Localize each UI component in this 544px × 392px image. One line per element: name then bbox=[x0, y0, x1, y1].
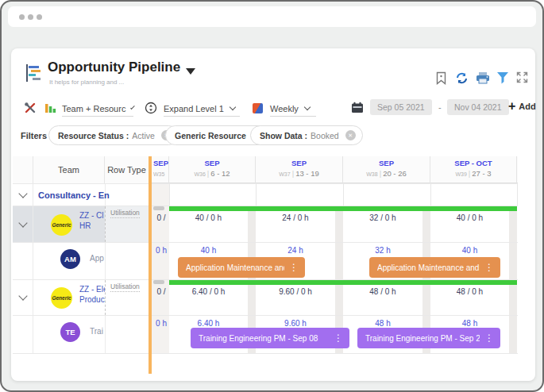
utilization-value: 9.60 / 0 h bbox=[256, 287, 335, 296]
resource-avatar[interactable]: TE bbox=[60, 322, 80, 342]
date-to-field[interactable]: Nov 04 2021 bbox=[447, 99, 509, 115]
utilization-bar bbox=[169, 280, 517, 285]
resource-name[interactable]: Trai bbox=[90, 327, 103, 336]
utilization-value: 24 / 0 h bbox=[256, 213, 335, 222]
utilization-value: 0 / bbox=[152, 213, 169, 222]
generic-resource-badge: Generic bbox=[51, 287, 72, 309]
group-by-dropdown[interactable]: Team + Resourc bbox=[62, 101, 133, 117]
utilization-value: 48 / 0 h bbox=[343, 287, 422, 296]
page-subtitle: It helps for planning and ... bbox=[49, 79, 124, 86]
calendar-icon[interactable] bbox=[351, 102, 364, 117]
resource-row-te: TE Trai 0 h 6.40 h 9.60 h 48 h 48 h Trai… bbox=[13, 315, 518, 353]
team-column-header: Team bbox=[33, 156, 105, 183]
booked-hours-link[interactable]: 32 h bbox=[343, 246, 422, 255]
group-by-label: Team + Resourc bbox=[62, 104, 125, 113]
booking-bar[interactable]: Application Maintenance and ⋮ bbox=[369, 257, 500, 278]
week-header-w36: SEP W36|6 - 12 bbox=[169, 156, 256, 183]
team-row-zz-ele-product: Utilisation Generic ZZ - Ele Product 0 /… bbox=[13, 279, 518, 315]
app-panel: Opportunity Pipeline It helps for planni… bbox=[11, 48, 535, 381]
bookmark-icon[interactable] bbox=[435, 71, 449, 85]
date-range-separator: - bbox=[438, 102, 442, 112]
utilization-value: 32 / 0 h bbox=[343, 213, 422, 222]
utilization-value: 40 / 0 h bbox=[430, 213, 509, 222]
booked-hours-link[interactable]: 40 h bbox=[169, 246, 248, 255]
kebab-menu-icon[interactable]: ⋮ bbox=[334, 332, 343, 344]
team-row-zz-cl-hr: Utilisation Generic ZZ - Cl HR 0 / 40 / … bbox=[13, 206, 518, 242]
collapse-chevron-icon[interactable] bbox=[18, 218, 27, 227]
booked-hours-link[interactable]: 0 h bbox=[152, 319, 169, 328]
page-title: Opportunity Pipeline bbox=[48, 60, 180, 75]
week-header-w35: SEP W35 bbox=[152, 156, 169, 183]
booking-bar[interactable]: Training Engineering PM - Sep 21 ⋮ bbox=[357, 328, 500, 348]
row-type-column-header: Row Type bbox=[105, 156, 149, 183]
resource-avatar[interactable]: AM bbox=[60, 249, 80, 269]
group-label: Consultancy - En bbox=[38, 190, 110, 200]
booking-bar[interactable]: Training Engineering PM - Sep 08 ⋮ bbox=[191, 328, 349, 348]
booked-hours-link[interactable]: 6.40 h bbox=[169, 319, 248, 328]
utilization-bar-empty bbox=[153, 280, 164, 284]
team-name-line2[interactable]: Product bbox=[79, 295, 105, 304]
week-header-w37: SEP W37|13 - 19 bbox=[256, 156, 343, 183]
date-from-field[interactable]: Sep 05 2021 bbox=[370, 99, 432, 115]
expand-level-dropdown[interactable]: Expand Level 1 bbox=[164, 101, 240, 117]
chevron-down-icon bbox=[131, 105, 135, 109]
filter-chip-show-data[interactable]: Show Data : Booked ✕ bbox=[250, 125, 363, 145]
period-dropdown[interactable]: Weekly bbox=[270, 101, 316, 117]
group-row-consultancy: Consultancy - En bbox=[13, 183, 518, 206]
expander-column-header bbox=[13, 156, 33, 183]
filter-icon[interactable] bbox=[496, 71, 510, 85]
expand-level-label: Expand Level 1 bbox=[164, 104, 224, 113]
booking-bar[interactable]: Application Maintenance and ⋮ bbox=[178, 257, 305, 278]
utilization-value: 48 / 0 h bbox=[430, 287, 509, 296]
print-icon[interactable] bbox=[476, 71, 489, 85]
generic-resource-badge: Generic bbox=[51, 214, 72, 236]
booked-hours-link[interactable]: 0 h bbox=[152, 246, 169, 255]
chevron-down-icon bbox=[304, 104, 311, 110]
fullscreen-icon[interactable] bbox=[516, 71, 530, 85]
period-label: Weekly bbox=[270, 104, 299, 113]
color-scheme-icon[interactable] bbox=[253, 103, 263, 113]
row-type-label: Utilisation bbox=[110, 209, 140, 218]
gantt-logo-icon bbox=[24, 63, 44, 86]
kebab-menu-icon[interactable]: ⋮ bbox=[289, 262, 299, 273]
utilization-value: 0 / bbox=[152, 287, 169, 296]
settings-tools-icon[interactable] bbox=[24, 102, 37, 117]
collapse-chevron-icon[interactable] bbox=[18, 189, 27, 198]
filter-chip-resource-status[interactable]: Resource Status : Active ✕ bbox=[48, 125, 179, 145]
browser-window: Opportunity Pipeline It helps for planni… bbox=[0, 0, 544, 392]
window-control-dot[interactable] bbox=[37, 14, 42, 20]
utilization-bar bbox=[169, 206, 517, 211]
pipeline-grid: Team Row Type SEP W35 SEP W36|6 - 12 SEP… bbox=[13, 156, 518, 375]
team-name[interactable]: ZZ - Ele bbox=[79, 285, 105, 294]
kebab-menu-icon[interactable]: ⋮ bbox=[484, 262, 494, 273]
grid-bottom-border bbox=[13, 353, 518, 354]
utilization-value: 6.40 / 0 h bbox=[169, 287, 248, 296]
kebab-menu-icon[interactable]: ⋮ bbox=[484, 332, 494, 344]
window-control-dot[interactable] bbox=[19, 14, 25, 20]
today-marker-line bbox=[149, 156, 152, 374]
team-name[interactable]: ZZ - Cl bbox=[79, 211, 104, 220]
utilization-chart-icon[interactable] bbox=[44, 102, 56, 117]
resource-name[interactable]: App bbox=[90, 254, 104, 263]
row-type-label: Utilisation bbox=[110, 282, 140, 292]
booked-hours-link[interactable]: 9.60 h bbox=[256, 319, 335, 328]
booked-hours-link[interactable]: 48 h bbox=[343, 319, 422, 328]
collapse-chevron-icon[interactable] bbox=[18, 291, 27, 300]
team-name-line2[interactable]: HR bbox=[79, 221, 91, 230]
remove-filter-icon[interactable]: ✕ bbox=[345, 130, 356, 140]
window-control-dot[interactable] bbox=[28, 14, 33, 20]
grid-header: Team Row Type SEP W35 SEP W36|6 - 12 SEP… bbox=[13, 156, 518, 183]
window-titlebar bbox=[8, 6, 536, 27]
booked-hours-link[interactable]: 48 h bbox=[430, 319, 509, 328]
week-header-w39: SEP - OCT W39|27 - 3 bbox=[430, 156, 517, 183]
title-dropdown-caret-icon[interactable] bbox=[186, 68, 195, 75]
expand-scope-icon[interactable] bbox=[145, 102, 157, 117]
booked-hours-link[interactable]: 40 h bbox=[430, 246, 509, 255]
add-button[interactable]: + Add bbox=[508, 99, 536, 113]
resource-row-am: AM App 0 h 40 h 24 h 32 h 40 h Applicati… bbox=[13, 242, 518, 279]
utilization-value: 40 / 0 h bbox=[169, 213, 248, 222]
sync-icon[interactable] bbox=[455, 71, 469, 85]
chevron-down-icon bbox=[230, 104, 236, 110]
utilization-bar-empty bbox=[153, 206, 164, 210]
booked-hours-link[interactable]: 24 h bbox=[256, 246, 335, 255]
